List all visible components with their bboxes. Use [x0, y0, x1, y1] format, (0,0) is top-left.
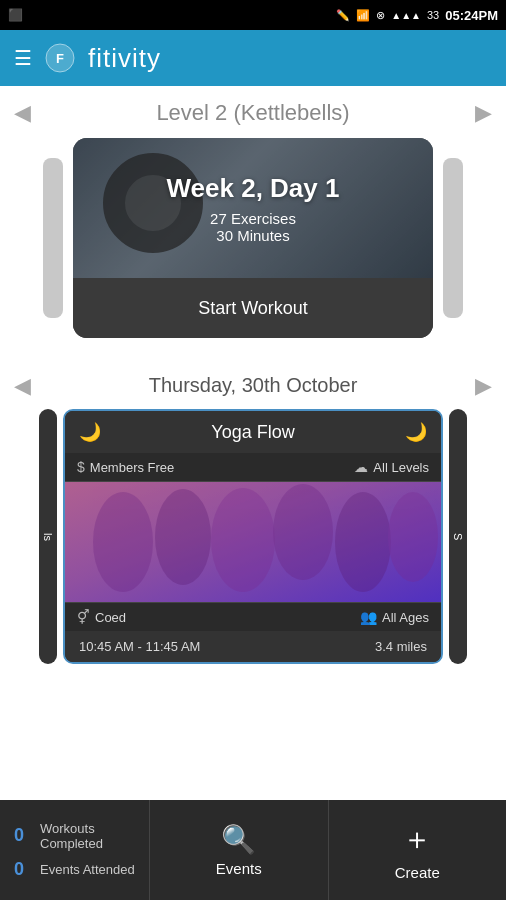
- classes-date-title: Thursday, 30th October: [149, 374, 358, 397]
- events-attended-label: Events Attended: [40, 862, 135, 877]
- events-nav-button[interactable]: 🔍 Events: [150, 800, 329, 900]
- svg-point-2: [93, 492, 153, 592]
- battery-level: 33: [427, 9, 439, 21]
- svg-point-3: [155, 489, 211, 585]
- class-age-label: All Ages: [382, 610, 429, 625]
- cloud-icon: ☁: [354, 459, 368, 475]
- block-icon: ⊗: [376, 9, 385, 22]
- screen-icon: ⬛: [8, 8, 23, 22]
- classes-header: ◀ Thursday, 30th October ▶: [0, 374, 506, 397]
- workouts-completed-count: 0: [14, 825, 30, 846]
- class-gender-item: ⚥ Coed: [77, 609, 126, 625]
- classes-next-arrow[interactable]: ▶: [475, 373, 492, 399]
- events-attended-row: 0 Events Attended: [14, 859, 149, 880]
- level-section: ◀ Level 2 (Kettlebells) ▶ Week 2, Day 1 …: [0, 86, 506, 364]
- class-card-title: Yoga Flow: [101, 422, 405, 443]
- menu-icon[interactable]: ☰: [14, 46, 32, 70]
- class-level-item: ☁ All Levels: [354, 459, 429, 475]
- edit-icon: ✏️: [336, 9, 350, 22]
- workouts-completed-label: Workouts Completed: [40, 821, 149, 851]
- level-prev-arrow[interactable]: ◀: [14, 100, 31, 126]
- app-header: ☰ F fitivity: [0, 30, 506, 86]
- logo-icon: F: [44, 42, 76, 74]
- main-content: ◀ Level 2 (Kettlebells) ▶ Week 2, Day 1 …: [0, 86, 506, 800]
- workout-card[interactable]: Week 2, Day 1 27 Exercises 30 Minutes St…: [73, 138, 433, 338]
- class-level-label: All Levels: [373, 460, 429, 475]
- level-title: Level 2 (Kettlebells): [156, 100, 349, 126]
- plus-icon: ＋: [402, 819, 432, 860]
- events-attended-count: 0: [14, 859, 30, 880]
- start-workout-button[interactable]: Start Workout: [73, 278, 433, 338]
- events-nav-label: Events: [216, 860, 262, 877]
- create-nav-label: Create: [395, 864, 440, 881]
- moon-icon-left: 🌙: [79, 421, 101, 443]
- search-icon: 🔍: [221, 823, 256, 856]
- create-nav-button[interactable]: ＋ Create: [329, 800, 507, 900]
- workout-card-content: Week 2, Day 1 27 Exercises 30 Minutes: [73, 138, 433, 278]
- workout-minutes: 30 Minutes: [216, 227, 289, 244]
- svg-point-6: [335, 492, 391, 592]
- status-bar: ⬛ ✏️ 📶 ⊗ ▲▲▲ 33 05:24PM: [0, 0, 506, 30]
- workout-exercises: 27 Exercises: [210, 210, 296, 227]
- status-time: 05:24PM: [445, 8, 498, 23]
- classes-prev-arrow[interactable]: ◀: [14, 373, 31, 399]
- svg-point-5: [273, 484, 333, 580]
- class-card-time: 10:45 AM - 11:45 AM 3.4 miles: [65, 631, 441, 662]
- class-card-image: [65, 482, 441, 602]
- class-right-side-card: S: [449, 409, 467, 664]
- classes-section: ◀ Thursday, 30th October ▶ ls 🌙 Yoga Flo…: [0, 364, 506, 672]
- class-side-left-label: ls: [42, 533, 54, 541]
- class-side-right-label: S: [452, 533, 464, 540]
- gender-icon: ⚥: [77, 609, 90, 625]
- wifi-icon: 📶: [356, 9, 370, 22]
- dollar-icon: $: [77, 459, 85, 475]
- yoga-silhouette: [65, 482, 441, 602]
- workout-day-title: Week 2, Day 1: [167, 173, 340, 204]
- svg-text:F: F: [56, 51, 64, 66]
- svg-point-7: [388, 492, 438, 582]
- class-pricing-meta: $ Members Free ☁ All Levels: [65, 453, 441, 482]
- class-pricing-label: Members Free: [90, 460, 175, 475]
- level-header: ◀ Level 2 (Kettlebells) ▶: [0, 100, 506, 126]
- class-gender-meta: ⚥ Coed 👥 All Ages: [65, 602, 441, 631]
- right-side-card: [443, 158, 463, 318]
- class-time-range: 10:45 AM - 11:45 AM: [79, 639, 200, 654]
- app-title: fitivity: [88, 43, 161, 74]
- workout-cards-row: Week 2, Day 1 27 Exercises 30 Minutes St…: [0, 126, 506, 354]
- class-distance: 3.4 miles: [375, 639, 427, 654]
- class-gender-label: Coed: [95, 610, 126, 625]
- people-icon: 👥: [360, 609, 377, 625]
- class-cards-row: ls 🌙 Yoga Flow 🌙 $ Members Free ☁: [0, 409, 506, 664]
- class-pricing-item: $ Members Free: [77, 459, 174, 475]
- class-card[interactable]: 🌙 Yoga Flow 🌙 $ Members Free ☁ All Level…: [63, 409, 443, 664]
- svg-point-4: [211, 488, 275, 592]
- bottom-nav: 0 Workouts Completed 0 Events Attended 🔍…: [0, 800, 506, 900]
- class-card-header: 🌙 Yoga Flow 🌙: [65, 411, 441, 453]
- level-next-arrow[interactable]: ▶: [475, 100, 492, 126]
- bottom-nav-stats: 0 Workouts Completed 0 Events Attended: [0, 800, 150, 900]
- workouts-completed-row: 0 Workouts Completed: [14, 821, 149, 851]
- class-left-side-card: ls: [39, 409, 57, 664]
- class-age-item: 👥 All Ages: [360, 609, 429, 625]
- moon-icon-right: 🌙: [405, 421, 427, 443]
- status-bar-left: ⬛: [8, 8, 23, 22]
- left-side-card: [43, 158, 63, 318]
- signal-icon: ▲▲▲: [391, 10, 421, 21]
